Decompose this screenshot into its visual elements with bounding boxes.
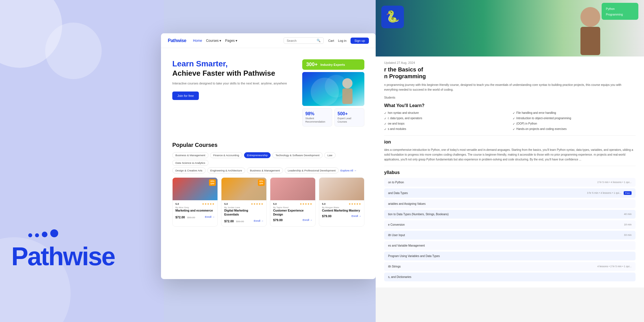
- filter-finance[interactable]: Finance & Accounting: [210, 152, 242, 158]
- syllabus-meta-4: 40 min: [624, 213, 632, 216]
- svg-rect-4: [342, 88, 353, 104]
- rating-row-3: 5.0 ★★★★★: [273, 203, 312, 205]
- discount-badge-2: 20%OFF: [258, 179, 265, 186]
- filter-data[interactable]: Data Science & Analytics: [172, 160, 208, 166]
- nav-courses[interactable]: Courses ▾: [206, 39, 221, 43]
- svg-rect-9: [580, 27, 600, 55]
- syllabus-title-8: Program Using Variables and Data Types: [388, 254, 440, 258]
- filter-tech[interactable]: Technology & Software Development: [272, 152, 323, 158]
- login-button[interactable]: Log in: [338, 39, 347, 42]
- nav-logo[interactable]: Pathwise: [168, 38, 186, 43]
- learn-item-4: ✓ Introduction to object-oriented progra…: [513, 116, 636, 121]
- left-background: Pathwise: [0, 0, 164, 322]
- syllabus-item-6[interactable]: ith User Input 33 min: [384, 231, 636, 240]
- syllabus-title-3: ariables and Assigning Values: [388, 202, 426, 205]
- stat-num-1: 98%: [305, 111, 329, 116]
- filter-design[interactable]: Design & Creative Arts: [172, 167, 206, 173]
- syllabus-item-7[interactable]: es and Variable Management: [384, 241, 636, 250]
- svg-text:Programming: Programming: [606, 13, 623, 16]
- filter-leadership[interactable]: Leadership & Professional Development: [285, 167, 339, 173]
- learn-item-8: ✓ Hands-on projects and coding exercises: [513, 127, 636, 131]
- learn-grid: ✓ hon syntax and structure ✓ File handli…: [384, 111, 636, 131]
- course-meta: Updated 27 Aug, 2024: [384, 61, 636, 64]
- stars-4: ★★★★★: [349, 203, 361, 205]
- check-icon-1: ✓: [384, 111, 386, 115]
- card-body-3: 5.0 ★★★★★ By Taylor Reed Customer Experi…: [270, 200, 315, 224]
- author-2: By Jordan Lane: [224, 206, 264, 209]
- free-badge: Free: [624, 191, 632, 195]
- svg-text:🐍: 🐍: [386, 10, 400, 23]
- experts-count: 300+: [306, 62, 318, 68]
- filter-law[interactable]: Law: [324, 152, 335, 158]
- hero-image: [302, 72, 364, 106]
- syllabus-title-4: tion to Data Types (Numbers, Strings, Bo…: [388, 213, 449, 216]
- experts-badge: 300+ Industry Experts: [302, 59, 364, 70]
- enroll-btn-3[interactable]: Enroll →: [303, 219, 312, 221]
- search-bar[interactable]: 🔍: [284, 37, 324, 44]
- price-row-2: $72.00 $90.00 Enroll →: [224, 218, 264, 223]
- syllabus-item-5[interactable]: e Conversion 18 min: [384, 220, 636, 229]
- author-1: By Alice Grey: [175, 206, 215, 209]
- stat-recommendation: 98% Student Recommendation: [302, 108, 332, 127]
- card-body-1: 5.0 ★★★★★ By Alice Grey Marketing and ec…: [173, 200, 217, 222]
- learn-item-3: ✓ r. data types, and operators: [384, 116, 507, 121]
- course-hero-image: 🐍 Python Programming: [376, 0, 644, 56]
- nav-home[interactable]: Home: [193, 39, 202, 43]
- syllabus-item-9[interactable]: ith Strings 4 lessons • 2 hr 5 min • 1 q…: [384, 262, 636, 271]
- experts-label: Industry Experts: [321, 63, 345, 66]
- description-heading: ion: [384, 140, 636, 145]
- enroll-btn-4[interactable]: Enroll →: [351, 215, 361, 217]
- svg-rect-10: [602, 3, 638, 20]
- learn-item-2: ✓ File handling and error handling: [513, 111, 636, 115]
- filter-entrepreneurship[interactable]: Entrepreneurship: [244, 152, 271, 158]
- cart-button[interactable]: Cart: [328, 39, 334, 42]
- filter-business[interactable]: Business & Management: [172, 152, 208, 158]
- syllabus-item-8[interactable]: Program Using Variables and Data Types: [384, 252, 636, 260]
- deco-circle-2: [45, 23, 102, 79]
- rating-row-1: 5.0 ★★★★★: [175, 203, 215, 205]
- check-icon-2: ✓: [513, 111, 515, 115]
- syllabus-title-9: ith Strings: [388, 265, 401, 268]
- rating-num-4: 5.0: [322, 203, 326, 205]
- syllabus-item-4[interactable]: tion to Data Types (Numbers, Strings, Bo…: [384, 210, 636, 219]
- syllabus-item-3[interactable]: ariables and Assigning Values: [384, 199, 636, 208]
- hero-right-content: 300+ Industry Experts: [302, 59, 364, 127]
- search-input[interactable]: [287, 39, 315, 42]
- filter-engineering[interactable]: Engineering & Architecture: [207, 167, 245, 173]
- syllabus-title-1: on to Python: [388, 181, 404, 184]
- join-button[interactable]: Join for free: [172, 92, 199, 100]
- syllabus-meta-5: 18 min: [624, 223, 632, 226]
- hero-title-colored: Learn Smarter,: [172, 59, 294, 68]
- hero-section: Learn Smarter, Achieve Faster with Pathw…: [161, 48, 376, 135]
- card-image-4: [319, 178, 364, 200]
- search-icon[interactable]: 🔍: [317, 39, 321, 42]
- enroll-btn-2[interactable]: Enroll →: [254, 219, 264, 222]
- description-text: ides a comprehensive introduction to Pyt…: [384, 147, 636, 162]
- course-title-3: Customer Experience Design: [273, 209, 312, 216]
- explore-all-link[interactable]: Explore All →: [340, 169, 356, 172]
- discount-badge-1: 20%OFF: [209, 179, 216, 186]
- hero-image-graphic: [302, 72, 364, 106]
- learn-item-7: ✓ s and modules: [384, 127, 507, 131]
- nav-pages[interactable]: Pages ▾: [225, 39, 237, 43]
- syllabus-item-2[interactable]: and Data Types 3 hr 5 min • 4 lessons • …: [384, 188, 636, 198]
- hero-stats: 98% Student Recommendation 500+ Expert L…: [302, 108, 364, 127]
- chevron-down-icon: ▾: [219, 39, 221, 43]
- enroll-btn-1[interactable]: Enroll →: [205, 216, 215, 218]
- syllabus-title-10: s, and Dictionaries: [388, 275, 411, 279]
- course-card-2: 20%OFF 5.0 ★★★★★ By Jordan Lane Digital …: [221, 177, 267, 226]
- signup-button[interactable]: Sign up: [351, 38, 369, 44]
- syllabus-title-2: and Data Types: [388, 192, 408, 195]
- filter-business-2[interactable]: Business & Management: [247, 167, 283, 173]
- course-title-2: Digital Marketing Essentials: [224, 209, 264, 216]
- price-1: $72.00 $90.00: [175, 214, 195, 219]
- syllabus-meta-2: 3 hr 5 min • 4 lessons • 1 qui...: [587, 192, 621, 194]
- syllabus-title-7: es and Variable Management: [388, 244, 425, 247]
- syllabus-item-1[interactable]: on to Python 2 hr 5 min • 4 lessons • 1 …: [384, 178, 636, 187]
- stars-2: ★★★★★: [251, 203, 264, 205]
- dot-small: [28, 233, 32, 237]
- nav-right-actions: Cart Log in Sign up: [328, 38, 369, 44]
- syllabus-item-10[interactable]: s, and Dictionaries: [384, 273, 636, 281]
- course-hero-svg: 🐍 Python Programming: [376, 0, 644, 56]
- syllabus-meta-9: 4 lessons • 2 hr 5 min • 1 qui...: [597, 265, 632, 268]
